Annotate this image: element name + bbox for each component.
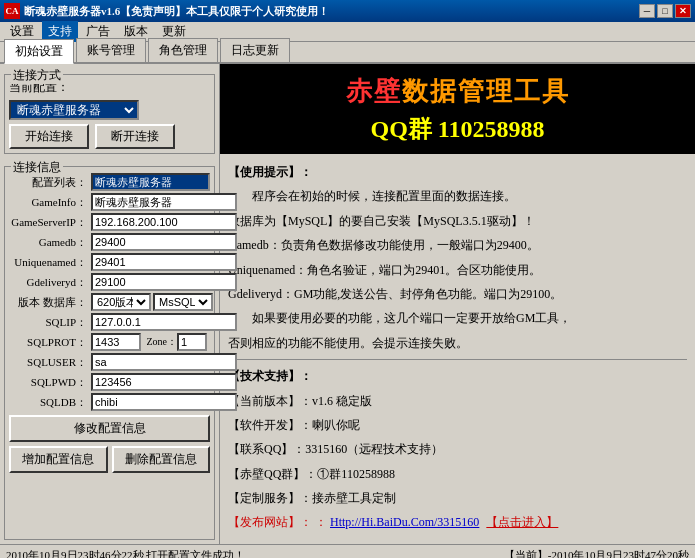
gdeliveryd-input[interactable] xyxy=(91,273,237,291)
sqldb-input[interactable] xyxy=(91,393,237,411)
main-area: 连接方式 当前配置： 断魂赤壁服务器 开始连接 断开连接 连接信息 配置列表： … xyxy=(0,64,695,544)
sqlip-row: SQLIP： xyxy=(9,313,210,331)
restore-button[interactable]: □ xyxy=(657,4,673,18)
website-enter-link[interactable]: 【点击进入】 xyxy=(486,515,558,529)
app-icon: CA xyxy=(4,3,20,19)
title-bar-controls: ─ □ ✕ xyxy=(639,4,691,18)
bottom-buttons: 修改配置信息 增加配置信息 删除配置信息 xyxy=(9,415,210,473)
gameinfo-label: GameInfo： xyxy=(9,195,91,210)
gamedb-row: Gamedb： xyxy=(9,233,210,251)
info-section: 连接信息 配置列表： 断魂赤壁服务器 GameInfo： GameServerI… xyxy=(4,166,215,540)
config-select[interactable]: 断魂赤壁服务器 xyxy=(9,100,139,120)
current-version: 【当前版本】：v1.6 稳定版 xyxy=(228,391,687,411)
status-bar: 2010年10月9日23时46分22秒 打开配置文件成功！ 【当前】-2010年… xyxy=(0,544,695,558)
banner-qq: QQ群 110258988 xyxy=(370,113,544,145)
support-title: 【技术支持】： xyxy=(228,369,312,383)
tip4: Uniquenamed：角色名验证，端口为29401。合区功能使用。 xyxy=(228,260,687,280)
sqlip-input[interactable] xyxy=(91,313,237,331)
sqlprot-input[interactable] xyxy=(91,333,141,351)
uniquenamed-label: Uniquenamed： xyxy=(9,255,91,270)
add-delete-buttons: 增加配置信息 删除配置信息 xyxy=(9,446,210,473)
gameserverip-input[interactable] xyxy=(91,213,237,231)
sqldb-label: SQLDB： xyxy=(9,395,91,410)
title-bar: CA 断魂赤壁服务器v1.6【免责声明】本工具仅限于个人研究使用！ ─ □ ✕ xyxy=(0,0,695,22)
uniquenamed-row: Uniquenamed： xyxy=(9,253,210,271)
tip7: 否则相应的功能不能使用。会提示连接失败。 xyxy=(228,333,687,353)
status-right: 【当前】-2010年10月9日23时47分20秒 xyxy=(504,548,689,558)
connect-group-title: 连接方式 xyxy=(11,67,63,84)
tip3: Gamedb：负责角色数据修改功能使用，一般端口为29400。 xyxy=(228,235,687,255)
tab-role-management[interactable]: 角色管理 xyxy=(148,38,218,62)
banner-area: 赤壁数据管理工具 QQ群 110258988 xyxy=(220,64,695,154)
config-list-value: 断魂赤壁服务器 xyxy=(91,173,210,191)
software-dev: 【软件开发】：喇叭你呢 xyxy=(228,415,687,435)
right-panel: 赤壁数据管理工具 QQ群 110258988 【使用提示】： 程序会在初始的时候… xyxy=(220,64,695,544)
gdeliveryd-row: Gdeliveryd： xyxy=(9,273,210,291)
tip2: 数据库为【MySQL】的要自己安装【MySQL3.5.1驱动】！ xyxy=(228,211,687,231)
delete-config-button[interactable]: 删除配置信息 xyxy=(112,446,211,473)
connect-group: 连接方式 当前配置： 断魂赤壁服务器 开始连接 断开连接 xyxy=(4,74,215,154)
custom: 【定制服务】：接赤壁工具定制 xyxy=(228,488,687,508)
tip1: 程序会在初始的时候，连接配置里面的数据连接。 xyxy=(228,186,687,206)
version-row: 版本 数据库： 620版本 MsSQL库 xyxy=(9,293,210,311)
left-panel: 连接方式 当前配置： 断魂赤壁服务器 开始连接 断开连接 连接信息 配置列表： … xyxy=(0,64,220,544)
tab-log-update[interactable]: 日志更新 xyxy=(220,38,290,62)
sqluser-input[interactable] xyxy=(91,353,237,371)
website-link[interactable]: Http://Hi.BaiDu.Com/3315160 xyxy=(330,515,479,529)
sqlpwd-label: SQLPWD： xyxy=(9,375,91,390)
tip6: 如果要使用必要的功能，这几个端口一定要开放给GM工具， xyxy=(228,308,687,328)
zone-label: Zone： xyxy=(141,335,177,349)
sqldb-row: SQLDB： xyxy=(9,393,210,411)
sqlprot-label: SQLPROT： xyxy=(9,335,91,350)
connect-buttons: 开始连接 断开连接 xyxy=(9,124,210,149)
gameinfo-input[interactable] xyxy=(91,193,237,211)
mysql-select[interactable]: MsSQL库 xyxy=(153,293,213,311)
banner-title: 赤壁数据管理工具 xyxy=(346,74,570,109)
sqlpwd-input[interactable] xyxy=(91,373,237,391)
status-left: 2010年10月9日23时46分22秒 打开配置文件成功！ xyxy=(6,548,245,558)
minimize-button[interactable]: ─ xyxy=(639,4,655,18)
close-button[interactable]: ✕ xyxy=(675,4,691,18)
gameinfo-row: GameInfo： xyxy=(9,193,210,211)
title-bar-left: CA 断魂赤壁服务器v1.6【免责声明】本工具仅限于个人研究使用！ xyxy=(4,3,329,19)
gamedb-label: Gamedb： xyxy=(9,235,91,250)
content-area: 【使用提示】： 程序会在初始的时候，连接配置里面的数据连接。 数据库为【MySQ… xyxy=(220,154,695,544)
zone-input[interactable] xyxy=(177,333,207,351)
sqluser-label: SQLUSER： xyxy=(9,355,91,370)
use-tips-title: 【使用提示】： xyxy=(228,165,312,179)
divider xyxy=(228,359,687,360)
start-connect-button[interactable]: 开始连接 xyxy=(9,124,89,149)
tab-account-management[interactable]: 账号管理 xyxy=(76,38,146,62)
website: 【发布网站】： ： Http://Hi.BaiDu.Com/3315160 【点… xyxy=(228,512,687,532)
window-title: 断魂赤壁服务器v1.6【免责声明】本工具仅限于个人研究使用！ xyxy=(24,4,329,19)
modify-config-button[interactable]: 修改配置信息 xyxy=(9,415,210,442)
version-select[interactable]: 620版本 xyxy=(91,293,151,311)
contact-qq: 【联系QQ】：3315160（远程技术支持） xyxy=(228,439,687,459)
sqlprot-row: SQLPROT： Zone： xyxy=(9,333,210,351)
info-section-title: 连接信息 xyxy=(11,159,63,176)
gameserverip-label: GameServerIP： xyxy=(9,215,91,230)
chibi-qq: 【赤壁QQ群】：①群110258988 xyxy=(228,464,687,484)
add-config-button[interactable]: 增加配置信息 xyxy=(9,446,108,473)
uniquenamed-input[interactable] xyxy=(91,253,237,271)
sqlip-label: SQLIP： xyxy=(9,315,91,330)
sqlpwd-row: SQLPWD： xyxy=(9,373,210,391)
version-label: 版本 数据库： xyxy=(9,295,91,310)
tip5: Gdeliveryd：GM功能,发送公告、封停角色功能。端口为29100。 xyxy=(228,284,687,304)
gamedb-input[interactable] xyxy=(91,233,237,251)
gameserverip-row: GameServerIP： xyxy=(9,213,210,231)
tab-initial-settings[interactable]: 初始设置 xyxy=(4,39,74,64)
sqluser-row: SQLUSER： xyxy=(9,353,210,371)
disconnect-button[interactable]: 断开连接 xyxy=(95,124,175,149)
tabs-bar: 初始设置 账号管理 角色管理 日志更新 xyxy=(0,42,695,64)
gdeliveryd-label: Gdeliveryd： xyxy=(9,275,91,290)
config-list-label: 配置列表： xyxy=(9,175,91,190)
